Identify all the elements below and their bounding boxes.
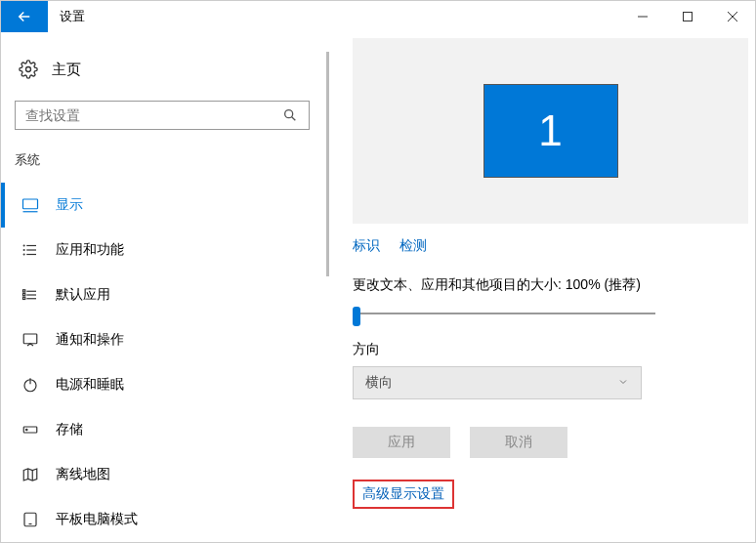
- nav-label: 通知和操作: [56, 331, 124, 349]
- home-label: 主页: [52, 61, 81, 79]
- defaults-icon: [21, 285, 40, 305]
- search-input[interactable]: [25, 107, 281, 123]
- identify-link[interactable]: 标识: [353, 237, 380, 255]
- svg-rect-21: [23, 334, 37, 344]
- window-title: 设置: [48, 1, 620, 32]
- nav-label: 离线地图: [56, 466, 110, 483]
- minimize-button[interactable]: [620, 1, 665, 32]
- advanced-display-settings-link[interactable]: 高级显示设置: [353, 480, 454, 509]
- svg-marker-26: [23, 469, 37, 480]
- svg-point-5: [285, 110, 293, 118]
- list-icon: [21, 240, 40, 260]
- svg-point-12: [23, 245, 24, 246]
- detect-link[interactable]: 检测: [399, 237, 427, 255]
- scale-slider[interactable]: [353, 304, 655, 323]
- nav-label: 显示: [56, 196, 83, 214]
- svg-point-4: [26, 67, 31, 72]
- svg-point-25: [26, 429, 28, 431]
- sidebar-item-power[interactable]: 电源和睡眠: [15, 362, 310, 407]
- storage-icon: [21, 420, 40, 439]
- scale-label: 更改文本、应用和其他项目的大小: 100% (推荐): [353, 276, 755, 294]
- sidebar-item-maps[interactable]: 离线地图: [15, 452, 310, 497]
- notify-icon: [21, 330, 40, 350]
- apply-button[interactable]: 应用: [353, 427, 450, 458]
- monitor-1[interactable]: 1: [483, 84, 618, 178]
- svg-rect-20: [23, 297, 25, 299]
- close-button[interactable]: [710, 1, 755, 32]
- sidebar-item-apps[interactable]: 应用和功能: [15, 228, 310, 272]
- svg-point-14: [23, 254, 24, 255]
- svg-point-13: [23, 250, 24, 251]
- maximize-button[interactable]: [665, 1, 710, 32]
- home-nav[interactable]: 主页: [15, 52, 310, 87]
- monitor-icon: [21, 195, 40, 215]
- power-icon: [21, 375, 40, 395]
- map-icon: [21, 465, 40, 484]
- cancel-button[interactable]: 取消: [470, 427, 567, 458]
- orientation-select[interactable]: 横向: [353, 366, 642, 399]
- gear-icon: [19, 60, 38, 79]
- search-icon: [281, 106, 299, 124]
- monitor-preview: 1: [353, 38, 748, 224]
- nav-label: 平板电脑模式: [56, 511, 138, 528]
- svg-rect-19: [23, 294, 25, 296]
- svg-rect-7: [23, 199, 38, 209]
- sidebar-item-notifications[interactable]: 通知和操作: [15, 317, 310, 362]
- tablet-icon: [21, 510, 40, 529]
- sidebar-item-display[interactable]: 显示: [15, 183, 310, 228]
- sidebar-nav: 显示 应用和功能 默认应用 通知和操作 电源和睡眠 存储: [15, 183, 310, 542]
- nav-label: 默认应用: [56, 286, 110, 304]
- nav-label: 电源和睡眠: [56, 376, 124, 394]
- sidebar-item-storage[interactable]: 存储: [15, 407, 310, 452]
- orientation-label: 方向: [353, 341, 755, 358]
- nav-label: 存储: [56, 421, 83, 439]
- nav-label: 应用和功能: [56, 241, 124, 259]
- sidebar-item-default-apps[interactable]: 默认应用: [15, 272, 310, 317]
- chevron-down-icon: [617, 376, 629, 391]
- sidebar-item-tablet[interactable]: 平板电脑模式: [15, 497, 310, 542]
- svg-rect-18: [23, 290, 25, 292]
- slider-thumb[interactable]: [353, 307, 360, 326]
- svg-line-6: [292, 117, 296, 121]
- back-button[interactable]: [1, 1, 48, 32]
- sidebar-section-label: 系统: [15, 151, 310, 169]
- search-input-container[interactable]: [15, 101, 310, 130]
- orientation-value: 横向: [365, 374, 393, 392]
- svg-rect-1: [684, 13, 693, 21]
- slider-track: [358, 313, 655, 314]
